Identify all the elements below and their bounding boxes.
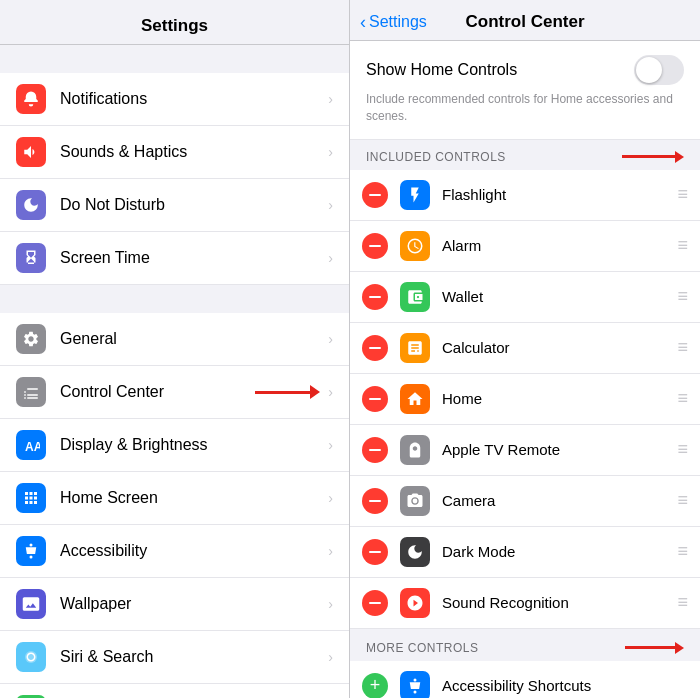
flashlight-label: Flashlight [442, 186, 677, 203]
camera-icon [400, 486, 430, 516]
sidebar-item-notifications-label: Notifications [60, 90, 328, 108]
wallpaper-chevron: › [328, 596, 333, 612]
included-controls-label: INCLUDED CONTROLS [366, 150, 506, 164]
control-item-calculator[interactable]: Calculator ≡ [350, 323, 700, 374]
show-home-section: Show Home Controls Include recommended c… [350, 41, 700, 140]
control-item-accessibilityshortcuts[interactable]: Accessibility Shortcuts [350, 661, 700, 698]
home-icon [400, 384, 430, 414]
calculator-label: Calculator [442, 339, 677, 356]
back-label: Settings [369, 13, 427, 31]
accessibilityshortcuts-icon [400, 671, 430, 698]
included-controls-section-header: INCLUDED CONTROLS [350, 140, 700, 170]
wallpaper-icon [16, 589, 46, 619]
darkmode-remove-button[interactable] [362, 539, 388, 565]
control-item-alarm[interactable]: Alarm ≡ [350, 221, 700, 272]
settings-group-2: General › Control Center › AA Display & … [0, 285, 349, 698]
flashlight-icon [400, 180, 430, 210]
left-title: Settings [16, 16, 333, 36]
settings-group-1: Notifications › Sounds & Haptics › Do No… [0, 45, 349, 285]
home-remove-button[interactable] [362, 386, 388, 412]
donotdisturb-chevron: › [328, 197, 333, 213]
soundrecognition-label: Sound Recognition [442, 594, 677, 611]
accessibility-chevron: › [328, 543, 333, 559]
flashlight-remove-button[interactable] [362, 182, 388, 208]
appletvremote-icon [400, 435, 430, 465]
alarm-remove-button[interactable] [362, 233, 388, 259]
sidebar-item-displaybrightness[interactable]: AA Display & Brightness › [0, 419, 349, 472]
appletvremote-drag-handle[interactable]: ≡ [677, 439, 688, 460]
home-drag-handle[interactable]: ≡ [677, 388, 688, 409]
group-divider-2 [0, 285, 349, 313]
control-item-flashlight[interactable]: Flashlight ≡ [350, 170, 700, 221]
more-arrow-annotation [625, 642, 684, 654]
more-controls-section-header: MORE CONTROLS [350, 631, 700, 661]
right-title: Control Center [466, 12, 585, 32]
sidebar-item-homescreen[interactable]: Home Screen › [0, 472, 349, 525]
sidebar-item-general-label: General [60, 330, 328, 348]
control-item-home[interactable]: Home ≡ [350, 374, 700, 425]
svg-point-6 [414, 678, 417, 681]
darkmode-icon [400, 537, 430, 567]
show-home-description: Include recommended controls for Home ac… [366, 91, 684, 125]
darkmode-label: Dark Mode [442, 543, 677, 560]
sidebar-item-screentime-label: Screen Time [60, 249, 328, 267]
soundrecognition-drag-handle[interactable]: ≡ [677, 592, 688, 613]
wallet-drag-handle[interactable]: ≡ [677, 286, 688, 307]
accessibilityshortcuts-add-button[interactable] [362, 673, 388, 698]
control-item-camera[interactable]: Camera ≡ [350, 476, 700, 527]
svg-text:AA: AA [25, 440, 40, 454]
svg-point-5 [413, 498, 418, 503]
sidebar-item-sounds[interactable]: Sounds & Haptics › [0, 126, 349, 179]
notifications-icon [16, 84, 46, 114]
sidebar-item-wallpaper-label: Wallpaper [60, 595, 328, 613]
alarm-label: Alarm [442, 237, 677, 254]
sidebar-item-wallpaper[interactable]: Wallpaper › [0, 578, 349, 631]
wallet-icon [400, 282, 430, 312]
sounds-icon [16, 137, 46, 167]
wallet-label: Wallet [442, 288, 677, 305]
sidebar-item-accessibility-label: Accessibility [60, 542, 328, 560]
control-item-darkmode[interactable]: Dark Mode ≡ [350, 527, 700, 578]
home-label: Home [442, 390, 677, 407]
general-icon [16, 324, 46, 354]
sidebar-item-faceid[interactable]: Face ID & Passcode › [0, 684, 349, 698]
calculator-remove-button[interactable] [362, 335, 388, 361]
sidebar-item-displaybrightness-label: Display & Brightness [60, 436, 328, 454]
sidebar-item-donotdisturb[interactable]: Do Not Disturb › [0, 179, 349, 232]
show-home-row: Show Home Controls [366, 55, 684, 85]
included-arrow-head [675, 151, 684, 163]
control-item-appletvremote[interactable]: Apple TV Remote ≡ [350, 425, 700, 476]
camera-drag-handle[interactable]: ≡ [677, 490, 688, 511]
sidebar-item-sirisearch-label: Siri & Search [60, 648, 328, 666]
control-item-wallet[interactable]: Wallet ≡ [350, 272, 700, 323]
sidebar-item-sirisearch[interactable]: Siri & Search › [0, 631, 349, 684]
toggle-knob [636, 57, 662, 83]
accessibilityshortcuts-label: Accessibility Shortcuts [442, 677, 688, 694]
wallet-remove-button[interactable] [362, 284, 388, 310]
more-controls-label: MORE CONTROLS [366, 641, 479, 655]
sidebar-item-general[interactable]: General › [0, 313, 349, 366]
back-button[interactable]: ‹ Settings [360, 12, 427, 33]
sidebar-item-controlcenter[interactable]: Control Center › [0, 366, 349, 419]
alarm-drag-handle[interactable]: ≡ [677, 235, 688, 256]
darkmode-drag-handle[interactable]: ≡ [677, 541, 688, 562]
sidebar-item-donotdisturb-label: Do Not Disturb [60, 196, 328, 214]
appletvremote-remove-button[interactable] [362, 437, 388, 463]
notifications-chevron: › [328, 91, 333, 107]
show-home-toggle[interactable] [634, 55, 684, 85]
sirisearch-icon [16, 642, 46, 672]
control-item-soundrecognition[interactable]: Sound Recognition ≡ [350, 578, 700, 629]
left-panel: Settings Notifications › Sounds & Haptic… [0, 0, 350, 698]
arrow-head [310, 385, 320, 399]
flashlight-drag-handle[interactable]: ≡ [677, 184, 688, 205]
soundrecognition-remove-button[interactable] [362, 590, 388, 616]
camera-label: Camera [442, 492, 677, 509]
left-header: Settings [0, 0, 349, 45]
calculator-drag-handle[interactable]: ≡ [677, 337, 688, 358]
right-panel: ‹ Settings Control Center Show Home Cont… [350, 0, 700, 698]
sidebar-item-screentime[interactable]: Screen Time › [0, 232, 349, 285]
camera-remove-button[interactable] [362, 488, 388, 514]
sidebar-item-notifications[interactable]: Notifications › [0, 73, 349, 126]
sidebar-item-accessibility[interactable]: Accessibility › [0, 525, 349, 578]
screentime-icon [16, 243, 46, 273]
